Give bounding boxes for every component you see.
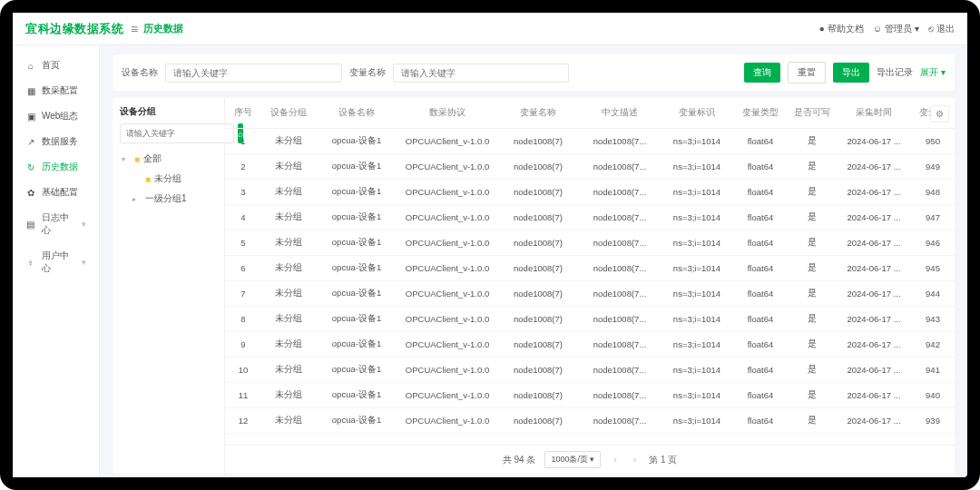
sidebar-icon: ⌂ xyxy=(25,61,36,71)
table-cell: ns=3;i=1014 xyxy=(661,332,733,358)
table-cell: OPCUAClient_v-1.0.0 xyxy=(397,307,497,332)
table-cell: node1008(7) xyxy=(497,332,579,358)
logout-label: 退出 xyxy=(936,23,955,35)
table-cell: 未分组 xyxy=(261,129,316,154)
device-name-input[interactable] xyxy=(165,64,342,83)
table-cell: OPCUAClient_v-1.0.0 xyxy=(397,332,497,358)
table-cell: node1008(7) xyxy=(497,205,579,230)
folder-icon: ■ xyxy=(145,174,151,184)
table-cell: 2 xyxy=(225,154,261,180)
reset-button[interactable]: 重置 xyxy=(788,62,826,83)
table-cell: 8 xyxy=(225,307,261,332)
table-cell: float64 xyxy=(733,129,788,154)
sidebar-item-label: 基础配置 xyxy=(42,186,78,199)
table-row[interactable]: 1未分组opcua-设备1OPCUAClient_v-1.0.0node1008… xyxy=(225,129,955,154)
tree-node-2[interactable]: ▸一级分组1 xyxy=(120,189,217,209)
table-cell: opcua-设备1 xyxy=(316,358,397,383)
help-icon: ● xyxy=(819,24,825,34)
sidebar-icon: ▤ xyxy=(25,220,36,230)
search-toolbar: 设备名称 变量名称 查询 重置 导出 导出记录 展开 ▾ xyxy=(113,54,955,91)
column-header-4: 变量名称 xyxy=(497,98,579,129)
table-cell: node1008(7) xyxy=(497,408,579,434)
sidebar-item-0[interactable]: ⌂首页 xyxy=(13,53,99,78)
sidebar-item-1[interactable]: ▦数采配置 xyxy=(13,78,99,103)
sidebar-item-3[interactable]: ↗数据服务 xyxy=(13,129,99,154)
sidebar-item-5[interactable]: ✿基础配置 xyxy=(13,180,99,205)
table-cell: float64 xyxy=(733,332,788,358)
table-cell: float64 xyxy=(733,307,788,332)
table-cell: 是 xyxy=(788,281,837,307)
table-cell: 2024-06-17 ... xyxy=(837,230,911,256)
table-cell: ns=3;i=1014 xyxy=(661,230,733,256)
next-page-button[interactable]: › xyxy=(630,455,640,465)
user-label: 管理员 xyxy=(885,23,912,35)
table-cell: opcua-设备1 xyxy=(316,129,397,154)
table-cell: 未分组 xyxy=(261,358,316,383)
table-row[interactable]: 10未分组opcua-设备1OPCUAClient_v-1.0.0node100… xyxy=(225,358,955,383)
column-header-3: 数采协议 xyxy=(397,98,497,129)
query-button[interactable]: 查询 xyxy=(744,63,780,83)
sidebar-item-6[interactable]: ▤日志中心▾ xyxy=(13,205,99,243)
table-settings-button[interactable]: ⚙ xyxy=(930,105,949,122)
table-cell: opcua-设备1 xyxy=(316,383,397,408)
table-cell: 是 xyxy=(788,332,837,358)
user-menu[interactable]: ☺ 管理员 ▾ xyxy=(873,23,919,35)
table-cell: 2024-06-17 ... xyxy=(837,180,911,205)
page-size-select[interactable]: 1000条/页 ▾ xyxy=(544,451,601,468)
chevron-down-icon: ▾ xyxy=(590,455,594,464)
user-icon: ☺ xyxy=(873,24,882,34)
table-row[interactable]: 3未分组opcua-设备1OPCUAClient_v-1.0.0node1008… xyxy=(225,180,955,205)
table-cell: 7 xyxy=(225,281,261,307)
sidebar-item-2[interactable]: ▣Web组态 xyxy=(13,103,99,129)
table-cell: 2024-06-17 ... xyxy=(837,332,911,358)
table-cell: node1008(7) xyxy=(497,256,579,281)
pagination: 共 94 条 1000条/页 ▾ ‹ › 第 1 页 xyxy=(225,445,955,474)
table-cell: 2024-06-17 ... xyxy=(837,205,911,230)
table-row[interactable]: 4未分组opcua-设备1OPCUAClient_v-1.0.0node1008… xyxy=(225,205,955,230)
tree-node-0[interactable]: ▾■全部 xyxy=(120,149,217,169)
gear-icon: ⚙ xyxy=(936,109,944,119)
prev-page-button[interactable]: ‹ xyxy=(610,455,620,465)
sidebar-item-7[interactable]: ♀用户中心▾ xyxy=(13,243,99,281)
table-row[interactable]: 9未分组opcua-设备1OPCUAClient_v-1.0.0node1008… xyxy=(225,332,955,358)
sidebar-item-label: Web组态 xyxy=(42,110,78,122)
table-cell: 2024-06-17 ... xyxy=(837,256,911,281)
help-label: 帮助文档 xyxy=(828,23,864,35)
tree-search-input[interactable] xyxy=(120,123,234,143)
table-cell: 9 xyxy=(225,332,261,358)
pager-page: 第 1 页 xyxy=(649,454,677,466)
menu-toggle-icon[interactable]: ≡ xyxy=(131,22,138,36)
sidebar-item-4[interactable]: ↻历史数据 xyxy=(13,154,99,180)
logout-button[interactable]: ⎋ 退出 xyxy=(928,23,955,35)
sidebar: ⌂首页▦数采配置▣Web组态↗数据服务↻历史数据✿基础配置▤日志中心▾♀用户中心… xyxy=(13,45,100,477)
table-row[interactable]: 2未分组opcua-设备1OPCUAClient_v-1.0.0node1008… xyxy=(225,154,955,180)
table-cell: 11 xyxy=(225,383,261,408)
help-link[interactable]: ● 帮助文档 xyxy=(819,23,864,35)
expand-toggle[interactable]: 展开 ▾ xyxy=(920,66,946,79)
tree-node-label: 一级分组1 xyxy=(145,192,187,205)
table-row[interactable]: 7未分组opcua-设备1OPCUAClient_v-1.0.0node1008… xyxy=(225,281,955,307)
table-row[interactable]: 12未分组opcua-设备1OPCUAClient_v-1.0.0node100… xyxy=(225,408,955,434)
expand-icon: ▾ xyxy=(122,155,131,163)
tree-node-label: 全部 xyxy=(143,152,162,165)
table-row[interactable]: 8未分组opcua-设备1OPCUAClient_v-1.0.0node1008… xyxy=(225,307,955,332)
table-cell: float64 xyxy=(733,205,788,230)
table-cell: opcua-设备1 xyxy=(316,408,397,434)
export-log-link[interactable]: 导出记录 xyxy=(877,66,913,79)
table-cell: node1008(7) xyxy=(497,358,579,383)
table-cell: node1008(7... xyxy=(579,154,661,180)
variable-name-input[interactable] xyxy=(393,64,570,83)
table-cell: 4 xyxy=(225,205,261,230)
table-row[interactable]: 5未分组opcua-设备1OPCUAClient_v-1.0.0node1008… xyxy=(225,230,955,256)
export-button[interactable]: 导出 xyxy=(833,63,869,83)
table-cell: ns=3;i=1014 xyxy=(661,129,733,154)
sidebar-icon: ✿ xyxy=(25,188,36,198)
table-row[interactable]: 6未分组opcua-设备1OPCUAClient_v-1.0.0node1008… xyxy=(225,256,955,281)
logout-icon: ⎋ xyxy=(928,24,934,34)
tree-node-1[interactable]: ■未分组 xyxy=(120,169,217,189)
table-cell: opcua-设备1 xyxy=(316,256,397,281)
column-header-9: 采集时间 xyxy=(837,98,911,129)
app-brand: 宜科边缘数据系统 xyxy=(25,21,123,37)
table-cell: ns=3;i=1014 xyxy=(661,154,733,180)
table-row[interactable]: 11未分组opcua-设备1OPCUAClient_v-1.0.0node100… xyxy=(225,383,955,408)
